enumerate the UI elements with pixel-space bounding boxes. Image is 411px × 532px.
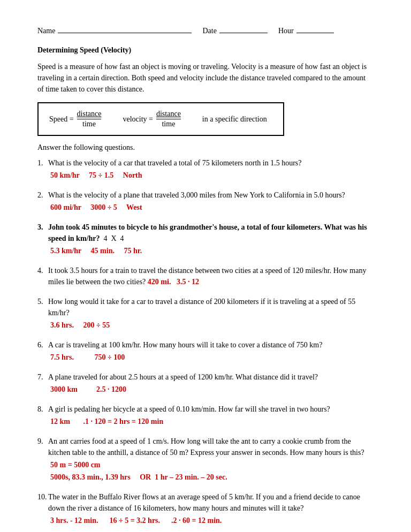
question-3: 3. John took 45 minutes to bicycle to hi… — [37, 222, 374, 256]
name-field: Name — [37, 27, 192, 35]
q1-text: What is the velocity of a car that trave… — [48, 157, 374, 169]
hour-label: Hour — [278, 27, 294, 35]
velocity-denominator: time — [162, 119, 175, 128]
intro-paragraph: Speed is a measure of how fast an object… — [37, 61, 374, 95]
question-7: 7. A plane traveled for about 2.5 hours … — [37, 371, 374, 395]
q8-answer: 12 km .1 · 120 = 2 hrs = 120 min — [37, 416, 374, 427]
q9-number: 9. — [37, 436, 48, 447]
speed-fraction: distance time — [77, 110, 102, 128]
formula-box: Speed = distance time velocity = distanc… — [37, 102, 284, 136]
q10-text: The water in the Buffalo River flows at … — [48, 491, 374, 514]
velocity-formula: velocity = distance time — [123, 110, 180, 128]
q1-answer: 50 km/hr 75 ÷ 1.5 North — [37, 170, 374, 181]
speed-formula: Speed = distance time — [49, 110, 101, 128]
q9-text: An ant carries food at a speed of 1 cm/s… — [48, 436, 374, 458]
question-1: 1. What is the velocity of a car that tr… — [37, 157, 374, 181]
q5-number: 5. — [37, 296, 48, 307]
velocity-numerator: distance — [156, 110, 181, 119]
q10-answer: 3 hrs. - 12 min. 16 ÷ 5 = 3.2 hrs. .2 · … — [37, 515, 374, 526]
q3-answer: 5.3 km/hr 45 min. 75 hr. — [37, 245, 374, 256]
velocity-label: velocity = — [123, 115, 153, 124]
q8-text: A girl is pedaling her bicycle at a spee… — [48, 404, 374, 415]
date-input[interactable] — [219, 33, 268, 33]
q9-answer1: 50 m = 5000 cm — [37, 459, 374, 470]
q8-number: 8. — [37, 404, 48, 415]
answer-intro: Answer the following questions. — [37, 143, 374, 152]
questions-list: 1. What is the velocity of a car that tr… — [37, 157, 374, 526]
q4-text: It took 3.5 hours for a train to travel … — [48, 265, 374, 287]
q1-number: 1. — [37, 157, 48, 169]
name-input[interactable] — [58, 33, 192, 33]
q7-answer: 3000 km 2.5 · 1200 — [37, 384, 374, 395]
q5-text: How long would it take for a car to trav… — [48, 296, 374, 318]
q3-number: 3. — [37, 222, 48, 233]
q6-text: A car is traveling at 100 km/hr. How man… — [48, 339, 374, 351]
q2-answer: 600 mi/hr 3000 ÷ 5 West — [37, 202, 374, 213]
q6-answer: 7.5 hrs. 750 ÷ 100 — [37, 352, 374, 363]
q7-number: 7. — [37, 371, 48, 383]
q3-text: John took 45 minutes to bicycle to his g… — [48, 222, 374, 244]
header: Name Date Hour — [37, 27, 374, 35]
question-9: 9. An ant carries food at a speed of 1 c… — [37, 436, 374, 483]
date-label: Date — [202, 27, 216, 35]
question-2: 2. What is the velocity of a plane that … — [37, 189, 374, 213]
q5-answer: 3.6 hrs. 200 ÷ 55 — [37, 320, 374, 331]
speed-numerator: distance — [77, 110, 102, 119]
question-8: 8. A girl is pedaling her bicycle at a s… — [37, 404, 374, 427]
velocity-fraction: distance time — [156, 110, 181, 128]
speed-denominator: time — [82, 119, 96, 128]
question-10: 10. The water in the Buffalo River flows… — [37, 491, 374, 526]
hour-input[interactable] — [296, 33, 334, 33]
date-field: Date — [202, 27, 267, 35]
question-5: 5. How long would it take for a car to t… — [37, 296, 374, 331]
q10-number: 10. — [37, 491, 48, 503]
name-label: Name — [37, 27, 55, 35]
speed-label: Speed = — [49, 115, 74, 124]
question-4: 4. It took 3.5 hours for a train to trav… — [37, 265, 374, 287]
q7-text: A plane traveled for about 2.5 hours at … — [48, 371, 374, 383]
q4-number: 4. — [37, 265, 48, 276]
hour-field: Hour — [278, 27, 334, 35]
formula-content: Speed = distance time velocity = distanc… — [49, 110, 267, 128]
q2-text: What is the velocity of a plane that tra… — [48, 189, 374, 201]
q6-number: 6. — [37, 339, 48, 351]
direction-text: in a specific direction — [202, 115, 267, 124]
question-6: 6. A car is traveling at 100 km/hr. How … — [37, 339, 374, 363]
q9-answer2: 5000s, 83.3 min., 1.39 hrs OR 1 hr – 23 … — [37, 472, 374, 483]
page-title: Determining Speed (Velocity) — [37, 46, 374, 55]
q2-number: 2. — [37, 189, 48, 201]
